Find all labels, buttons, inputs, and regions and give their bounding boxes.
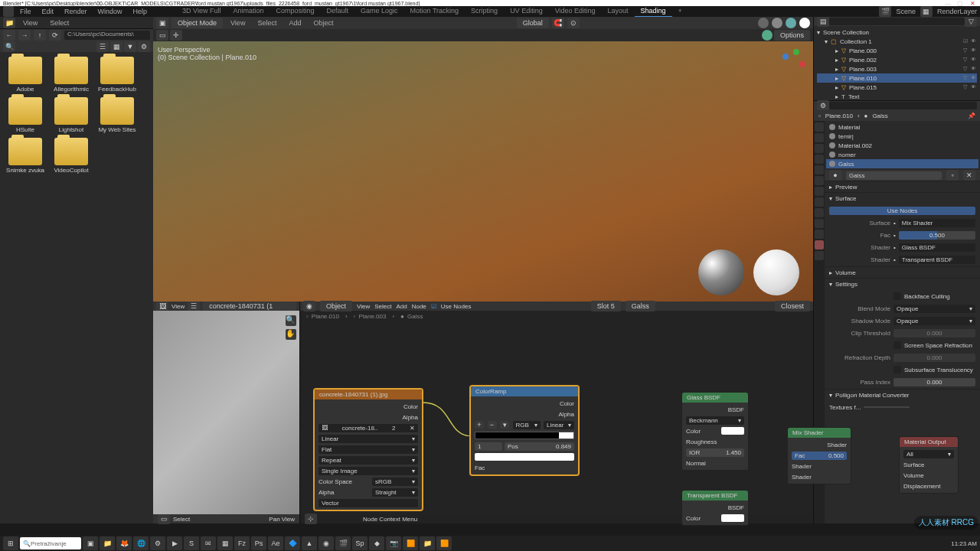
- tool-select-icon[interactable]: ▭: [156, 30, 168, 41]
- minimize-button[interactable]: —: [943, 0, 952, 6]
- node-glass-bsdf[interactable]: Glass BSDF BSDF Beckmann▾ Color Roughnes…: [681, 392, 749, 471]
- node-header[interactable]: ColorRamp: [471, 386, 578, 396]
- vp-add[interactable]: Add: [284, 18, 305, 28]
- app-icon[interactable]: ◉: [318, 536, 334, 550]
- alpha-sel[interactable]: Straight▾: [372, 488, 418, 497]
- tab-scripting[interactable]: Scripting: [465, 5, 504, 18]
- ptab-data[interactable]: [815, 230, 824, 239]
- vp-view[interactable]: View: [226, 18, 250, 28]
- app-icon[interactable]: 🌐: [133, 536, 149, 550]
- app-icon[interactable]: ▦: [217, 536, 233, 550]
- app-icon[interactable]: ✉: [201, 536, 216, 550]
- node-material-output[interactable]: Material Output All▾ Surface Volume Disp…: [899, 436, 959, 494]
- tab-motiontracking[interactable]: Motion Tracking: [404, 5, 466, 18]
- nav-up-icon[interactable]: ↑: [34, 30, 46, 41]
- tab-videoediting[interactable]: Video Editing: [549, 5, 602, 18]
- ptab-particle[interactable]: [815, 197, 824, 207]
- axis-y-icon[interactable]: [793, 49, 799, 55]
- mode-sel[interactable]: RGB▾: [513, 421, 541, 429]
- proj-sel[interactable]: Flat▾: [318, 445, 418, 454]
- menu-help[interactable]: Help: [129, 6, 152, 17]
- task-view-icon[interactable]: ▣: [83, 536, 98, 550]
- menu-file[interactable]: File: [15, 6, 36, 17]
- folder-item[interactable]: Allegorithmic: [51, 57, 92, 93]
- panel-settings[interactable]: ▾Settings: [825, 279, 980, 289]
- ptab-scene[interactable]: [815, 155, 824, 164]
- mat-new-icon[interactable]: ▫: [946, 170, 959, 181]
- ne-add[interactable]: Add: [396, 303, 407, 310]
- interp-sel[interactable]: Linear▾: [318, 435, 418, 443]
- bc-material[interactable]: ● Galss: [400, 313, 423, 320]
- tree-item[interactable]: ▸TText: [817, 92, 977, 101]
- mat-name-input[interactable]: Galss: [846, 171, 942, 180]
- tab-gamelogic[interactable]: Game Logic: [354, 5, 404, 18]
- pos-input[interactable]: Pos0.849: [505, 442, 574, 451]
- ne-editor-icon[interactable]: ◉: [303, 301, 315, 311]
- fb-view[interactable]: View: [18, 18, 42, 28]
- dist-sel[interactable]: Beckmann▾: [686, 416, 744, 425]
- ne-view[interactable]: View: [357, 303, 370, 310]
- node-colorramp[interactable]: ColorRamp Color Alpha + − ▾ RGB▾ Linear▾: [470, 386, 579, 475]
- image-select[interactable]: 🖼concrete-18..2✕: [318, 424, 418, 432]
- app-icon[interactable]: ▶: [167, 536, 182, 550]
- bc-object[interactable]: ▫ Plane.010: [306, 313, 339, 320]
- stop-color[interactable]: [475, 453, 574, 461]
- options-btn[interactable]: Options: [774, 30, 810, 41]
- ptab-constraint[interactable]: [815, 219, 824, 228]
- app-icon[interactable]: 📷: [386, 536, 401, 550]
- shader1-type[interactable]: Glass BSDF: [899, 243, 975, 252]
- taskbar-search[interactable]: 🔍 Pretraživanje: [20, 537, 81, 549]
- select-cursor-icon[interactable]: ▭: [158, 514, 170, 524]
- axis-z-icon[interactable]: [782, 54, 789, 60]
- ptab-physics[interactable]: [815, 208, 824, 217]
- menu-render[interactable]: Render: [60, 6, 92, 17]
- tab-3dviewfull[interactable]: 3D View Full: [176, 5, 227, 18]
- stop-menu-button[interactable]: ▾: [500, 421, 509, 429]
- vp-object[interactable]: Object: [309, 18, 338, 28]
- layer-icon[interactable]: ▦: [920, 6, 933, 17]
- node-header[interactable]: Material Output: [900, 437, 958, 447]
- mat-slot[interactable]: temir|: [826, 132, 978, 141]
- tab-default[interactable]: Default: [321, 5, 355, 18]
- app-icon[interactable]: 🎬: [335, 536, 351, 550]
- ramp-gradient[interactable]: [475, 431, 574, 440]
- folder-item[interactable]: VideoCopilot: [51, 138, 92, 174]
- bc-mat[interactable]: Galss: [872, 112, 887, 119]
- ptab-material[interactable]: [815, 240, 824, 249]
- color-swatch[interactable]: [721, 427, 744, 435]
- shading-wire-icon[interactable]: [758, 18, 769, 28]
- source-sel[interactable]: Single Image▾: [318, 467, 418, 475]
- mat-select[interactable]: Galss: [626, 301, 655, 311]
- view-list-icon[interactable]: ☰: [96, 41, 109, 52]
- shadow-mode[interactable]: Opaque▾: [893, 317, 975, 325]
- mat-slot[interactable]: Material.002: [826, 141, 978, 150]
- node-header[interactable]: Mix Shader: [788, 428, 851, 438]
- blend-mode[interactable]: Opaque▾: [893, 305, 975, 313]
- folder-item[interactable]: Lightshot: [51, 97, 92, 133]
- ior-input[interactable]: IOR1.450: [686, 448, 744, 457]
- tab-animation[interactable]: Animation: [227, 5, 270, 18]
- mat-slot[interactable]: Material: [826, 122, 978, 132]
- vp-editor-icon[interactable]: ▣: [156, 18, 168, 28]
- sst-checkbox[interactable]: [893, 366, 901, 373]
- ptab-object[interactable]: [815, 176, 824, 185]
- ptab-render[interactable]: [815, 122, 824, 132]
- tree-item[interactable]: ▸▽Plane.000▽👁: [817, 46, 977, 55]
- add-stop-button[interactable]: +: [475, 421, 484, 429]
- nav-fwd-icon[interactable]: →: [18, 30, 31, 41]
- orient-select[interactable]: Global: [517, 18, 549, 28]
- fac-slider[interactable]: 0.500: [899, 231, 975, 240]
- mat-browse-icon[interactable]: ●: [829, 170, 841, 181]
- search-icon[interactable]: 🔍: [3, 41, 15, 52]
- props-search[interactable]: [829, 102, 977, 109]
- node-canvas[interactable]: concrete-1840731 (1).jpg Color Alpha 🖼co…: [300, 321, 813, 514]
- scene-name[interactable]: Scene: [896, 8, 916, 15]
- vp-select[interactable]: Select: [253, 18, 281, 28]
- interp-sel[interactable]: Linear▾: [544, 421, 574, 429]
- app-icon[interactable]: ◆: [369, 536, 384, 550]
- tab-add[interactable]: +: [672, 5, 688, 18]
- mat-slot[interactable]: nomer: [826, 150, 978, 159]
- use-nodes-button[interactable]: Use Nodes: [829, 207, 975, 215]
- img-menu-icon[interactable]: ☰: [188, 301, 200, 311]
- pivot-icon[interactable]: ⊙: [567, 18, 580, 28]
